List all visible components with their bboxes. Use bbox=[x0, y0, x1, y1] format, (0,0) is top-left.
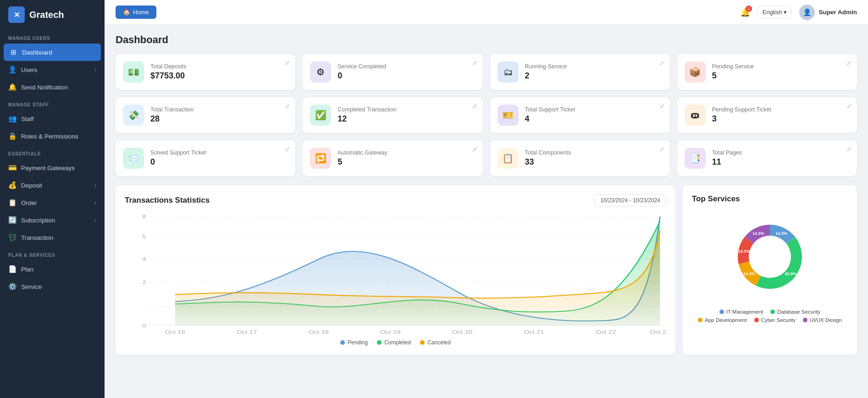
donut-legend-item-2: App Development bbox=[698, 317, 746, 323]
service-icon: ⚙️ bbox=[8, 282, 17, 291]
legend-item-pending: Pending bbox=[340, 339, 368, 346]
sidebar-item-subscription[interactable]: 🔄 Subscription › bbox=[0, 211, 105, 229]
external-link-icon-8[interactable]: ⤢ bbox=[285, 146, 290, 153]
donut-legend-dot-4 bbox=[803, 318, 807, 322]
stat-info-11: Total Pages 11 bbox=[712, 149, 850, 167]
donut-legend-label-2: App Development bbox=[705, 317, 746, 323]
donut-legend-item-1: Database Security bbox=[770, 309, 820, 315]
stat-card-1: ⚙ Service Completed 0 ⤢ bbox=[303, 54, 482, 90]
stat-label-8: Solved Support Ticket bbox=[150, 149, 288, 156]
stat-value-6: 4 bbox=[525, 114, 663, 124]
stat-label-3: Pending Service bbox=[712, 63, 850, 70]
chevron-down-icon: ▾ bbox=[784, 9, 787, 16]
svg-text:Oct 16: Oct 16 bbox=[165, 329, 185, 335]
transaction-icon: 💱 bbox=[8, 233, 17, 242]
users-icon: 👤 bbox=[8, 66, 17, 74]
sidebar-item-payment-gateways[interactable]: 💳 Payment Gateways bbox=[0, 159, 105, 177]
external-link-icon-10[interactable]: ⤢ bbox=[659, 146, 664, 153]
sidebar-item-roles-permissions[interactable]: 🔒 Roles & Permissions bbox=[0, 127, 105, 145]
sidebar-item-transaction[interactable]: 💱 Transaction bbox=[0, 229, 105, 246]
stat-icon-1: ⚙ bbox=[310, 61, 331, 83]
sidebar-item-deposit[interactable]: 💰 Deposit › bbox=[0, 177, 105, 194]
donut-container: 14.3%42.9%14.3%14.3%14.3% bbox=[724, 211, 816, 303]
stat-label-10: Total Components bbox=[525, 149, 663, 156]
stat-icon-0: 💵 bbox=[123, 61, 144, 83]
external-link-icon-5[interactable]: ⤢ bbox=[472, 103, 477, 110]
donut-legend-dot-2 bbox=[698, 318, 702, 322]
sidebar-item-dashboard[interactable]: ⊞ Dashboard bbox=[4, 44, 101, 61]
external-link-icon-3[interactable]: ⤢ bbox=[846, 60, 851, 66]
sidebar-item-staff[interactable]: 👥 Staff bbox=[0, 110, 105, 127]
donut-legend-item-4: UI/UX Design bbox=[803, 317, 842, 323]
staff-icon: 👥 bbox=[8, 115, 17, 123]
bottom-section: Transactions Statistics 10/23/2024 - 10/… bbox=[116, 185, 857, 355]
sidebar-item-plan[interactable]: 📄 Plan bbox=[0, 260, 105, 278]
avatar: 👤 bbox=[799, 5, 815, 20]
svg-text:4: 4 bbox=[142, 256, 146, 262]
language-selector[interactable]: English ▾ bbox=[757, 6, 792, 18]
stat-card-11: 📑 Total Pages 11 ⤢ bbox=[677, 140, 857, 176]
stat-label-6: Total Support Ticket bbox=[525, 106, 663, 113]
roles-permissions-icon: 🔒 bbox=[8, 132, 17, 140]
send-notification-icon: 🔔 bbox=[8, 83, 17, 91]
stat-info-6: Total Support Ticket 4 bbox=[525, 106, 663, 124]
donut-legend-label-4: UI/UX Design bbox=[810, 317, 842, 323]
external-link-icon-7[interactable]: ⤢ bbox=[846, 103, 851, 110]
stat-icon-11: 📑 bbox=[685, 148, 706, 169]
donut-segment-1 bbox=[756, 237, 802, 289]
sidebar-item-send-notification[interactable]: 🔔 Send Notification bbox=[0, 78, 105, 96]
external-link-icon-0[interactable]: ⤢ bbox=[285, 60, 290, 66]
chevron-right-icon: › bbox=[94, 217, 96, 223]
sidebar-item-users[interactable]: 👤 Users › bbox=[0, 61, 105, 78]
stat-card-0: 💵 Total Deposits $7753.00 ⤢ bbox=[116, 54, 295, 90]
stat-icon-7: 🎟 bbox=[685, 105, 706, 126]
stat-card-9: 🔁 Automatic Gateway 5 ⤢ bbox=[303, 140, 482, 176]
svg-text:Oct 19: Oct 19 bbox=[380, 329, 400, 335]
stat-icon-2: 🗂 bbox=[498, 61, 519, 83]
donut-title: Top Services bbox=[692, 194, 740, 204]
logo-icon: ✕ bbox=[8, 6, 25, 23]
sidebar-item-label: Send Notification bbox=[21, 84, 68, 91]
sidebar-item-order[interactable]: 📋 Order › bbox=[0, 194, 105, 211]
date-range-button[interactable]: 10/23/2024 - 10/23/2024 bbox=[594, 194, 666, 206]
external-link-icon-6[interactable]: ⤢ bbox=[659, 103, 664, 110]
legend-label: Pending bbox=[348, 339, 368, 346]
stat-info-10: Total Components 33 bbox=[525, 149, 663, 167]
stat-label-5: Completed Transaction bbox=[337, 106, 475, 113]
svg-text:0: 0 bbox=[142, 322, 146, 328]
external-link-icon-11[interactable]: ⤢ bbox=[846, 146, 851, 153]
user-name: Super Admin bbox=[818, 9, 857, 16]
plan-icon: 📄 bbox=[8, 265, 17, 273]
stat-icon-3: 📦 bbox=[685, 61, 706, 83]
stat-icon-5: ✅ bbox=[310, 105, 331, 126]
stat-label-11: Total Pages bbox=[712, 149, 850, 156]
donut-label-3: 14.3% bbox=[738, 249, 750, 254]
stat-info-2: Running Service 2 bbox=[525, 63, 663, 81]
external-link-icon-1[interactable]: ⤢ bbox=[472, 60, 477, 66]
user-menu[interactable]: 👤 Super Admin bbox=[799, 5, 857, 20]
sidebar-item-service[interactable]: ⚙️ Service bbox=[0, 278, 105, 295]
external-link-icon-4[interactable]: ⤢ bbox=[285, 103, 290, 110]
svg-text:Oct 18: Oct 18 bbox=[309, 329, 329, 335]
stat-label-2: Running Service bbox=[525, 63, 663, 70]
svg-text:2: 2 bbox=[142, 279, 146, 285]
page-title: Dashboard bbox=[116, 34, 857, 46]
donut-legend-item-0: IT Management bbox=[719, 309, 763, 315]
donut-svg: 14.3%42.9%14.3%14.3%14.3% bbox=[724, 211, 816, 303]
donut-legend-label-0: IT Management bbox=[726, 309, 763, 315]
stat-value-3: 5 bbox=[712, 71, 850, 81]
transactions-chart-card: Transactions Statistics 10/23/2024 - 10/… bbox=[116, 185, 675, 355]
notification-bell[interactable]: 🔔 1 bbox=[740, 7, 750, 17]
external-link-icon-9[interactable]: ⤢ bbox=[472, 146, 477, 153]
donut-legend-label-3: Cyber Security bbox=[761, 317, 796, 323]
sidebar-item-label: Dashboard bbox=[22, 49, 52, 56]
legend-item-canceled: Canceled bbox=[420, 339, 451, 346]
stat-value-11: 11 bbox=[712, 157, 850, 167]
stat-value-5: 12 bbox=[337, 114, 475, 124]
sidebar-item-label: Users bbox=[21, 66, 37, 73]
stat-label-0: Total Deposits bbox=[150, 63, 288, 70]
external-link-icon-2[interactable]: ⤢ bbox=[659, 60, 664, 66]
home-button[interactable]: 🏠 Home bbox=[116, 6, 156, 19]
donut-label-0: 14.3% bbox=[775, 231, 787, 236]
stat-info-1: Service Completed 0 bbox=[337, 63, 475, 81]
